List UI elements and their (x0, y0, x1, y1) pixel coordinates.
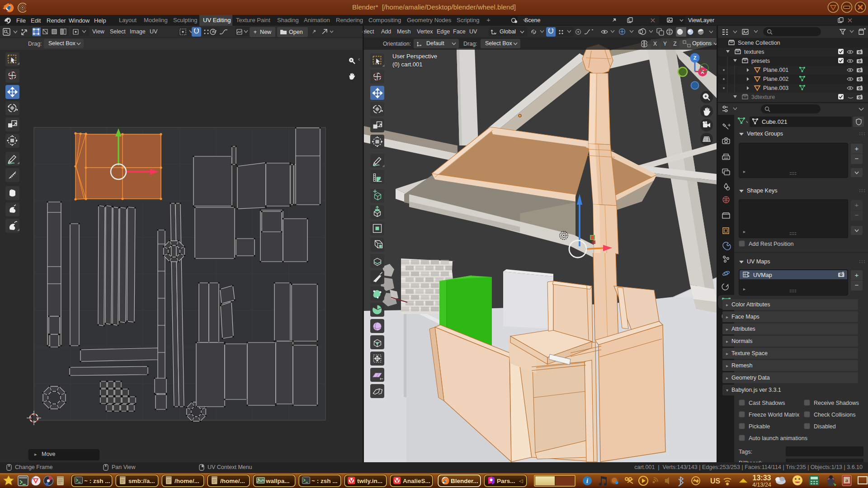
svg-text:13:33: 13:33 (753, 474, 771, 482)
svg-text:a: a (845, 477, 848, 483)
svg-text:presets: presets (751, 58, 770, 64)
svg-text:US: US (710, 477, 721, 485)
svg-text:textures: textures (744, 49, 764, 55)
svg-text:4/13/24: 4/13/24 (752, 482, 771, 488)
svg-text:Plane.002: Plane.002 (763, 76, 788, 82)
svg-text:Plane.003: Plane.003 (763, 85, 788, 91)
svg-text:Scene Collection: Scene Collection (738, 40, 780, 46)
svg-text:Plane.001: Plane.001 (763, 67, 788, 73)
svg-text:3dtexture: 3dtexture (751, 94, 775, 100)
svg-text:Z: Z (693, 55, 697, 61)
svg-text:i: i (586, 478, 588, 484)
